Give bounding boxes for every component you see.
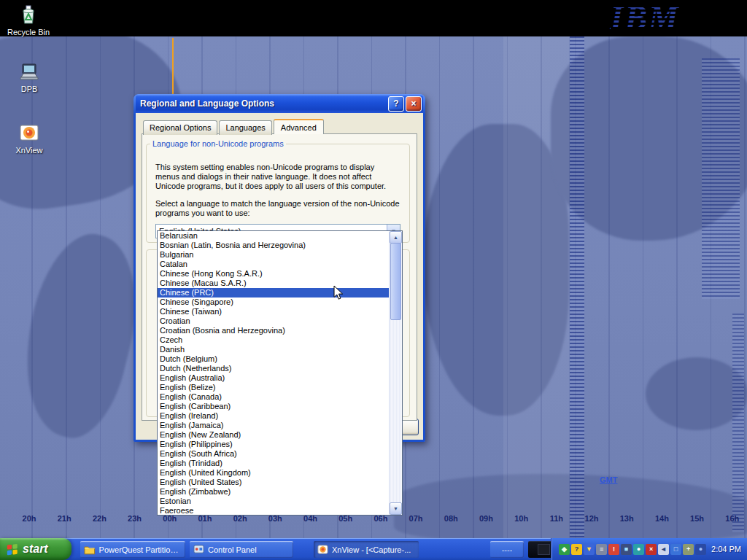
dropdown-item[interactable]: Danish	[158, 345, 390, 354]
taskbar-button-control-panel[interactable]: Control Panel	[190, 541, 293, 558]
dropdown-scrollbar[interactable]: ▲ ▼	[389, 231, 402, 515]
dropdown-item[interactable]: Catalan	[158, 260, 390, 269]
taskbar-button-untitled[interactable]: ----	[490, 541, 524, 558]
messenger-tray-icon[interactable]: ●	[633, 544, 644, 555]
hour-label: 11h	[545, 514, 568, 523]
dialog-titlebar[interactable]: Regional and Language Options ? ×	[136, 94, 423, 113]
dropdown-item[interactable]: Faeroese	[158, 506, 390, 515]
hour-label: 14h	[650, 514, 673, 523]
hatch-band	[732, 314, 744, 532]
close-button[interactable]: ×	[406, 96, 422, 112]
dialog-title: Regional and Language Options	[140, 98, 387, 109]
hour-label: 13h	[615, 514, 638, 523]
security-alert-tray-icon[interactable]: ?	[571, 544, 582, 555]
hour-label: 08h	[439, 514, 462, 523]
dropdown-item[interactable]: English (Canada)	[158, 392, 390, 402]
update-tray-icon[interactable]: ▼	[584, 544, 595, 555]
desktop-icon-label: DPB	[7, 85, 52, 93]
tab-languages[interactable]: Languages	[219, 120, 271, 135]
xnview-small-icon	[317, 544, 328, 555]
ibm-logo-stripes	[611, 0, 680, 36]
scroll-down-button[interactable]: ▼	[390, 502, 402, 515]
wallpaper-top-strip: IBM	[0, 0, 747, 36]
group-title: Language for non-Unicode programs	[150, 139, 286, 148]
dropdown-item[interactable]: English (Zimbabwe)	[158, 487, 390, 497]
hour-label: 16h	[721, 514, 744, 523]
taskbar-clock: 2:04 PM	[711, 545, 741, 553]
dropdown-item[interactable]: Belarusian	[158, 231, 390, 241]
scroll-up-button[interactable]: ▲	[390, 231, 402, 244]
dropdown-item[interactable]: Estonian	[158, 497, 390, 506]
taskbar-button-powerquest[interactable]: PowerQuest Partition...	[80, 541, 185, 558]
ibm-logo: IBM	[611, 0, 680, 36]
dropdown-item[interactable]: English (Australia)	[158, 373, 390, 383]
dropdown-item[interactable]: English (United Kingdom)	[158, 468, 390, 478]
dropdown-item[interactable]: Dutch (Netherlands)	[158, 364, 390, 373]
group-instruction: Select a language to match the language …	[155, 199, 406, 218]
start-button[interactable]: start	[0, 538, 71, 560]
help-button[interactable]: ?	[388, 96, 404, 112]
dropdown-item[interactable]: English (Belize)	[158, 383, 390, 392]
dropdown-item[interactable]: Chinese (Macau S.A.R.)	[158, 279, 390, 288]
volume-tray-icon[interactable]: ◄	[658, 544, 669, 555]
hatch-band	[570, 36, 584, 538]
dropdown-item[interactable]: Chinese (Hong Kong S.A.R.)	[158, 269, 390, 279]
control-panel-icon	[193, 544, 204, 555]
system-tray: ◆?▼≡!■●×◄□+● 2:04 PM	[551, 538, 747, 560]
tab-advanced[interactable]: Advanced	[274, 119, 324, 134]
dropdown-item[interactable]: English (South Africa)	[158, 449, 390, 459]
dropdown-item[interactable]: English (Caribbean)	[158, 402, 390, 411]
desktop-icon-dpb[interactable]: DPB	[7, 60, 52, 93]
utility-tray-icon[interactable]: ■	[621, 544, 632, 555]
taskbar: start PowerQuest Partition... Control Pa…	[0, 538, 747, 560]
windows-logo-icon	[6, 542, 19, 556]
desktop-icon-recycle-bin[interactable]: Recycle Bin	[6, 3, 51, 36]
hour-label: 09h	[474, 514, 498, 523]
power-tray-icon[interactable]: +	[683, 544, 694, 555]
folder-icon	[84, 545, 96, 555]
dropdown-item[interactable]: English (Trinidad)	[158, 459, 390, 468]
dropdown-item[interactable]: Croatian (Bosnia and Herzegovina)	[158, 326, 390, 335]
scrollbar-thumb[interactable]	[390, 243, 401, 320]
language-dropdown-list: BelarusianBosnian (Latin, Bosnia and Her…	[157, 230, 403, 516]
dropdown-item[interactable]: Chinese (PRC)	[158, 288, 390, 298]
start-label: start	[23, 542, 48, 556]
desktop-icon-label: Recycle Bin	[6, 28, 51, 36]
xnview-icon	[18, 121, 41, 144]
network-tray-icon[interactable]: □	[670, 544, 681, 555]
partition-tool-tray-icon[interactable]: ◆	[559, 544, 570, 555]
hour-label: 22h	[88, 514, 111, 523]
scheduler-tray-icon[interactable]: ●	[695, 544, 706, 555]
dropdown-item[interactable]: English (New Zealand)	[158, 430, 390, 440]
error-tray-icon[interactable]: ×	[646, 544, 657, 555]
desktop: GMT 20h21h22h23h00h01h02h03h04h05h06h07h…	[0, 0, 747, 560]
dropdown-item[interactable]: Chinese (Singapore)	[158, 298, 390, 307]
desktop-icon-xnview[interactable]: XnView	[7, 121, 52, 155]
hour-label: 12h	[580, 514, 603, 523]
alert-tray-icon[interactable]: !	[608, 544, 619, 555]
dropdown-item[interactable]: English (United States)	[158, 478, 390, 487]
dropdown-item[interactable]: Bosnian (Latin, Bosnia and Herzegovina)	[158, 241, 390, 250]
taskbar-button-label: PowerQuest Partition...	[99, 545, 179, 554]
desktop-icon-label: XnView	[7, 146, 52, 155]
taskbar-button-label: XnView - [<Capture-...	[332, 545, 411, 554]
dropdown-item[interactable]: Dutch (Belgium)	[158, 354, 390, 364]
dropdown-item[interactable]: Czech	[158, 335, 390, 345]
laptop-icon	[18, 60, 41, 83]
dropdown-item[interactable]: English (Jamaica)	[158, 421, 390, 430]
taskbar-button-xnview[interactable]: XnView - [<Capture-...	[314, 541, 419, 558]
dropdown-item[interactable]: Bulgarian	[158, 250, 390, 260]
group-description: This system setting enables non-Unicode …	[155, 163, 399, 191]
tab-strip: Regional Options Languages Advanced	[143, 119, 325, 133]
hour-label: 21h	[53, 514, 76, 523]
display-tray-icon[interactable]: ≡	[596, 544, 607, 555]
hour-label: 07h	[404, 514, 427, 523]
dropdown-item[interactable]: Chinese (Taiwan)	[158, 307, 390, 316]
mouse-cursor	[333, 285, 344, 304]
non-unicode-group: Language for non-Unicode programs This s…	[146, 139, 410, 243]
dropdown-item[interactable]: English (Ireland)	[158, 411, 390, 421]
hour-label: 20h	[18, 514, 41, 523]
dropdown-item[interactable]: English (Philippines)	[158, 440, 390, 449]
dropdown-item[interactable]: Croatian	[158, 316, 390, 326]
tab-regional-options[interactable]: Regional Options	[143, 120, 217, 135]
